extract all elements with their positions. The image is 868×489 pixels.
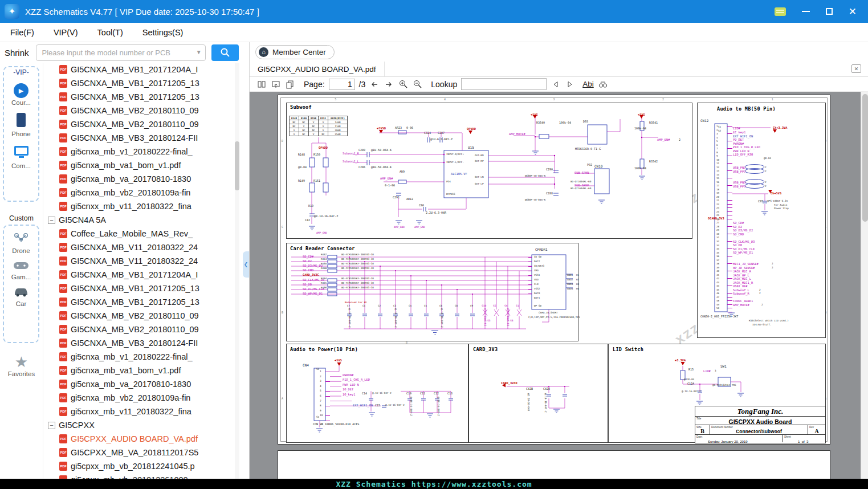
sidebar-item-favorites[interactable]: ★ Favorites	[0, 354, 43, 377]
close-document-icon[interactable]: ✕	[851, 64, 861, 73]
schematic-label: CARD_3V3C	[303, 274, 319, 276]
status-text: XZZ Schematics https://www.xzztools.com	[336, 480, 532, 488]
find-prev-icon[interactable]	[551, 79, 561, 89]
sidebar-item-game[interactable]: Gam...	[4, 261, 38, 280]
minimize-button[interactable]	[802, 11, 810, 12]
schematic-label: CARD_3V3O	[501, 382, 517, 385]
search-input[interactable]	[36, 44, 206, 61]
pdf-file-icon: PDF	[59, 202, 67, 211]
menu-tool[interactable]: Tool(T)	[97, 28, 123, 37]
sidebar-item-drone[interactable]: Drone	[4, 233, 38, 254]
find-next-icon[interactable]	[565, 79, 575, 89]
section-subwoof: R148R149R150R151GAIN(DIFF)NCNCVV14dBNCVN…	[286, 103, 692, 239]
schematic-label: AMP_GND	[394, 226, 405, 229]
collapse-icon[interactable]: −	[48, 422, 55, 429]
tree-file-row[interactable]: PDFgi5cnxa_mb_vb2_20180109a-fin	[43, 391, 239, 405]
tree-file-row[interactable]: PDFGI5CNXA_MB_VB2_20180110_09	[43, 117, 239, 131]
tree-scrollbar-thumb[interactable]	[235, 141, 239, 190]
menu-file[interactable]: File(F)	[10, 28, 34, 37]
search-button[interactable]	[211, 44, 239, 61]
binoculars-icon[interactable]	[598, 79, 608, 89]
tree-file-row[interactable]: PDFGI5CNXA_MB_VB2_20180110_09	[43, 309, 239, 323]
viewer-scrollbar-thumb[interactable]	[862, 94, 868, 222]
schematic-label: 2	[765, 185, 767, 188]
page-number-input[interactable]	[329, 79, 355, 90]
tree-file-row[interactable]: PDFGI5CNXA_MB_VB1_20171205_13	[43, 90, 239, 104]
pdf-file-icon: PDF	[59, 65, 67, 74]
forward-arrow-icon[interactable]	[384, 79, 394, 89]
tree-file-row[interactable]: PDFGI5CNXA_MB_V11_20180322_24	[43, 254, 239, 268]
schematic-label: @1U-6.3-04Y-Z	[430, 138, 453, 141]
sidebar-item-computer[interactable]: Com...	[4, 144, 38, 169]
document-tab[interactable]: GI5CPXX_AUDIO BOARD_VA.pdf	[250, 62, 385, 76]
schematic-label: C324	[424, 132, 431, 135]
tree-file-row[interactable]: PDFGI5CNXA_MB_VB1_20171205_13	[43, 282, 239, 295]
tree-item-label: GI5CN4A 5A	[59, 215, 106, 225]
tree-file-row[interactable]: PDFgi5cpxx_mb_vb_201812261000_	[43, 473, 239, 479]
tree-group-row[interactable]: −GI5CPXX	[43, 418, 239, 432]
tree-file-row[interactable]: PDFCoffee_Lake_Mobile_MAS_Rev_	[43, 227, 239, 241]
zoom-in-icon[interactable]	[398, 79, 408, 89]
tree-file-row[interactable]: PDFGI5CNXA_MB_VB1_20171204A_I	[43, 63, 239, 76]
tree-file-row[interactable]: PDFGI5CNXA_MB_VB2_20180110_09	[43, 104, 239, 117]
schematic-label: 2.2U-6.3-04R	[426, 211, 446, 214]
menu-vip[interactable]: VIP(V)	[54, 28, 78, 37]
snapshot-icon[interactable]	[271, 79, 281, 89]
tree-file-row[interactable]: PDFGI5CPXX_AUDIO BOARD_VA.pdf	[43, 432, 239, 446]
tree-file-row[interactable]: PDFGI5CNXA_MB_VB1_20171204A_I	[43, 268, 239, 282]
tree-file-row[interactable]: PDFgi5cnxa_mb_va1_bom_v1.pdf	[43, 364, 239, 377]
schematic-label: CPRDR1	[535, 248, 548, 251]
schematic-label: S5	[493, 305, 496, 308]
phone-icon	[17, 113, 26, 127]
tree-file-row[interactable]: PDFgi5cnxx_mb_v11_20180322_fina	[43, 405, 239, 418]
vip-group: -VIP- ▶ Cour... Phone Com...	[3, 66, 39, 202]
back-arrow-icon[interactable]	[369, 79, 380, 89]
tree-file-row[interactable]: PDFgi5cpxx_mb_vb_201812241045.p	[43, 459, 239, 473]
sidebar-item-phone[interactable]: Phone	[4, 113, 38, 137]
schematic-label: U15	[468, 146, 474, 149]
tree-file-row[interactable]: PDFgi5cnxa_mb_vb2_20180109a-fin	[43, 186, 239, 199]
schematic-label: DAT0	[534, 292, 540, 295]
zoom-out-icon[interactable]	[412, 79, 422, 89]
tree-file-row[interactable]: PDFgi5cnxa_mb_va_20170810-1830	[43, 172, 239, 186]
tree-file-row[interactable]: PDFGI5CNXA_MB_V11_20180322_24	[43, 241, 239, 254]
sidebar-item-car[interactable]: Car	[4, 287, 38, 307]
tree-file-row[interactable]: PDFGI5CNXA_MB_VB2_20180110_09	[43, 323, 239, 336]
tree-file-row[interactable]: PDFGI5CNXA_MB_VB3_20180124-FII	[43, 131, 239, 145]
tree-file-row[interactable]: PDFgi5cnxa_mb_va_20170810-1830	[43, 377, 239, 391]
schematic-label: @1U-50-06X-K	[371, 166, 392, 169]
schematic-label: BD-QT1604RL-60	[570, 188, 591, 190]
tree-file-row[interactable]: PDFGI5CNXA_MB_VB1_20171205_13	[43, 76, 239, 90]
copy-page-icon[interactable]	[285, 79, 295, 89]
schematic-label: C289	[358, 149, 365, 152]
font-toggle-button[interactable]: Abi	[582, 80, 594, 88]
tree-file-row[interactable]: PDFgi5cnxa_mb_va1_bom_v1.pdf	[43, 158, 239, 172]
title-row: Title GI5CPXX Audio Board	[695, 417, 825, 425]
schematic-label: @A-PX9132HAI-TRG	[712, 384, 736, 386]
member-center-button[interactable]: ⌂ Member Center	[255, 45, 335, 59]
panel-collapse-handle[interactable]: ❮	[243, 251, 249, 278]
pdf-file-icon: PDF	[59, 339, 67, 348]
schematic-label: Ch+5VS	[771, 192, 781, 195]
vip-card-icon[interactable]	[775, 7, 786, 16]
chevron-down-icon[interactable]: ▼	[196, 49, 202, 55]
tree-file-row[interactable]: PDFGI5CPXX_MB_VA_2018112017S5	[43, 446, 239, 459]
star-icon: ★	[15, 353, 28, 370]
sidebar-item-course[interactable]: ▶ Cour...	[4, 83, 38, 106]
lookup-input[interactable]	[461, 78, 547, 90]
tree-file-row[interactable]: PDFgi5cnxa_mb_v1_20180222-final_	[43, 350, 239, 364]
collapse-icon[interactable]: −	[48, 217, 55, 224]
schematic-label: PD_DET	[733, 138, 744, 141]
two-page-view-icon[interactable]	[256, 79, 267, 89]
maximize-button[interactable]	[826, 8, 833, 15]
tree-file-row[interactable]: PDFGI5CNXA_MB_VB3_20180124-FII	[43, 336, 239, 350]
menu-settings[interactable]: Settings(S)	[142, 28, 184, 37]
tree-file-row[interactable]: PDFGI5CNXA_MB_VB1_20171205_13	[43, 295, 239, 309]
close-button[interactable]: ✕	[849, 7, 857, 17]
document-tab-bar: GI5CPXX_AUDIO BOARD_VA.pdf ✕	[250, 62, 868, 77]
schematic-label: BD-FCM1005KF-300T03-30	[341, 282, 374, 284]
shrink-button[interactable]: Shrink	[5, 48, 29, 58]
tree-file-row[interactable]: PDFgi5cnxa_mb_v1_20180222-final_	[43, 145, 239, 158]
tree-group-row[interactable]: −GI5CN4A 5A	[43, 213, 239, 227]
tree-file-row[interactable]: PDFgi5cnxx_mb_v11_20180322_fina	[43, 199, 239, 213]
